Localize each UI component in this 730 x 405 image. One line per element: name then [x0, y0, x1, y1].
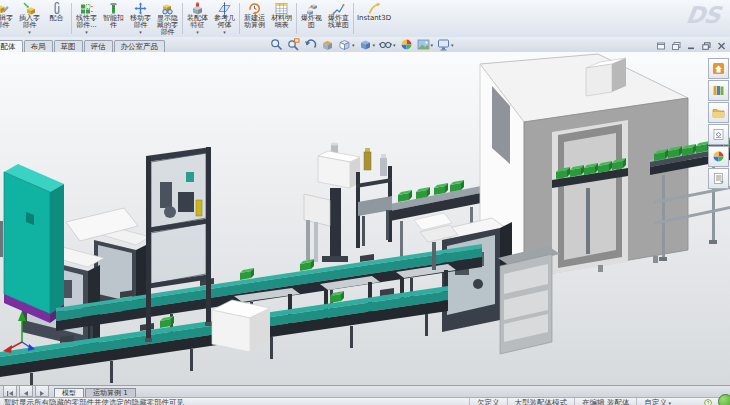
explode-line-sketch-button[interactable]: 爆炸直线草图	[325, 0, 352, 37]
restore-icon	[702, 35, 711, 54]
ribbon-button-label: 配合	[50, 15, 64, 22]
zoom-to-area-icon	[287, 38, 300, 51]
hide-show-items-icon	[379, 38, 392, 51]
heads-up-view-toolbar: ▾▾▾▾▾	[268, 38, 456, 51]
status-bar: 暂时显示所有隐藏的零部件并使选定的隐藏零部件可见 欠定义大型装配体模式在编辑 装…	[0, 397, 730, 405]
tab-evaluate[interactable]: 评估	[84, 40, 113, 52]
toolbar-separator	[353, 3, 354, 34]
mate-button[interactable]: 配合	[43, 0, 70, 37]
new-window-button[interactable]	[655, 39, 667, 49]
ribbon-button-label: 爆炸视图	[301, 15, 322, 29]
ribbon-button-label: 材料明细表	[271, 15, 292, 29]
viewport-3d[interactable]	[0, 52, 730, 385]
appearances-scenes-icon	[712, 150, 725, 163]
ribbon-button-label: 显示隐藏的零部件	[157, 15, 178, 37]
minimize-button[interactable]	[685, 39, 697, 49]
dropdown-arrow-icon: ▾	[139, 30, 142, 37]
next-sheet-button[interactable]	[35, 385, 49, 397]
zoom-to-area-button[interactable]	[285, 38, 302, 51]
view-settings-button[interactable]: ▾	[435, 38, 456, 51]
ribbon-button-label: 移动零部件	[130, 15, 151, 29]
first-sheet-button[interactable]	[3, 385, 17, 397]
close-icon	[717, 35, 726, 54]
ribbon-button-label: 智能扣件	[103, 15, 124, 29]
command-tab-band: 装配体布局草图评估办公室产品 ▾▾▾▾▾	[0, 37, 730, 53]
dassault-systemes-logo: DS	[685, 2, 722, 28]
drawer-cabinet[interactable]	[498, 246, 560, 354]
solidworks-resources-tab[interactable]	[708, 58, 729, 79]
previous-sheet-button[interactable]	[19, 385, 33, 397]
view-palette-tab[interactable]	[708, 124, 729, 145]
section-view-button[interactable]	[319, 38, 336, 51]
command-manager-ribbon: 编辑零部件插入零部件▾配合线性零部件...▾智能扣件移动零部件▾显示隐藏的零部件…	[0, 0, 730, 38]
design-library-tab[interactable]	[708, 80, 729, 101]
appearances-scenes-tab[interactable]	[708, 146, 729, 167]
dropdown-arrow-icon: ▾	[85, 30, 88, 37]
apply-scene-button[interactable]: ▾	[415, 38, 436, 51]
tab-assembly[interactable]: 装配体	[0, 40, 23, 52]
edit-component-button[interactable]: 编辑零部件	[0, 0, 16, 37]
display-style-button[interactable]: ▾	[357, 38, 378, 51]
display-style-icon	[359, 38, 372, 51]
design-library-icon	[712, 84, 725, 97]
move-component-button[interactable]: 移动零部件▾	[127, 0, 154, 37]
zoom-to-fit-button[interactable]	[268, 38, 285, 51]
exploded-view-button[interactable]: 爆炸视图	[298, 0, 325, 37]
restore-button[interactable]	[700, 39, 712, 49]
insert-components-button[interactable]: 插入零部件▾	[16, 0, 43, 37]
cyan-electrical-cabinet[interactable]	[4, 164, 64, 323]
dropdown-arrow-icon: ▾	[393, 42, 396, 48]
previous-view-button[interactable]	[302, 38, 319, 51]
ribbon-button-label: 爆炸直线草图	[328, 15, 349, 29]
dropdown-arrow-icon: ▾	[196, 30, 199, 37]
toolbar-separator	[71, 3, 72, 34]
quick-tip-icon[interactable]	[704, 399, 712, 405]
solidworks-window: 编辑零部件插入零部件▾配合线性零部件...▾智能扣件移动零部件▾显示隐藏的零部件…	[0, 0, 730, 405]
tab-sketch[interactable]: 草图	[54, 40, 83, 52]
status-under-defined: 欠定义	[469, 398, 507, 405]
ribbon-button-label: Instant3D	[357, 15, 391, 22]
view-orientation-button[interactable]: ▾	[336, 38, 357, 51]
edit-appearance-button[interactable]	[398, 38, 415, 51]
toolbar-separator	[182, 3, 183, 34]
solidworks-help-ball-icon[interactable]	[718, 394, 730, 405]
minimize-icon	[687, 35, 696, 54]
dropdown-arrow-icon: ▾	[451, 42, 454, 48]
assembly-features-button[interactable]: 装配体特征▾	[184, 0, 211, 37]
ribbon-button-label: 插入零部件	[19, 15, 40, 29]
document-window-controls	[655, 39, 727, 49]
linear-component-pattern-button[interactable]: 线性零部件...▾	[73, 0, 100, 37]
white-floor-box[interactable]	[212, 300, 270, 352]
dropdown-arrow-icon: ▾	[223, 30, 226, 37]
cascade-windows-button[interactable]	[670, 39, 682, 49]
tab-office-products[interactable]: 办公室产品	[114, 40, 166, 52]
zoom-to-fit-icon	[270, 38, 283, 51]
close-button[interactable]	[715, 39, 727, 49]
status-customize[interactable]: 自定义 ▾	[636, 398, 678, 405]
file-explorer-tab[interactable]	[708, 102, 729, 123]
custom-properties-tab[interactable]	[708, 168, 729, 189]
smart-fasteners-button[interactable]: 智能扣件	[100, 0, 127, 37]
task-pane-strip	[708, 58, 729, 189]
view-palette-icon	[712, 128, 725, 141]
status-right-cluster: 欠定义大型装配体模式在编辑 装配体自定义 ▾	[469, 398, 678, 405]
ribbon-button-label: 编辑零部件	[0, 15, 13, 29]
reference-geometry-button[interactable]: 参考几何体▾	[211, 0, 238, 37]
solidworks-resources-icon	[712, 62, 725, 75]
tab-layout[interactable]: 布局	[24, 40, 53, 52]
file-explorer-icon	[712, 106, 725, 119]
status-large-assembly-mode: 大型装配体模式	[507, 398, 575, 405]
show-hidden-components-button[interactable]: 显示隐藏的零部件	[154, 0, 181, 37]
quick-tip-icon	[704, 400, 712, 405]
view-orientation-icon	[338, 38, 351, 51]
dropdown-arrow-icon: ▾	[667, 400, 671, 405]
ribbon-button-label: 新建运动算例	[244, 15, 265, 29]
new-motion-study-button[interactable]: 新建运动算例	[241, 0, 268, 37]
apply-scene-icon	[417, 38, 430, 51]
bill-of-materials-button[interactable]: 材料明细表	[268, 0, 295, 37]
ribbon-buttons: 编辑零部件插入零部件▾配合线性零部件...▾智能扣件移动零部件▾显示隐藏的零部件…	[0, 0, 393, 37]
hide-show-items-button[interactable]: ▾	[377, 38, 398, 51]
custom-properties-icon	[712, 172, 725, 185]
instant3d-button[interactable]: Instant3D	[355, 0, 393, 37]
new-window-icon	[657, 35, 666, 54]
